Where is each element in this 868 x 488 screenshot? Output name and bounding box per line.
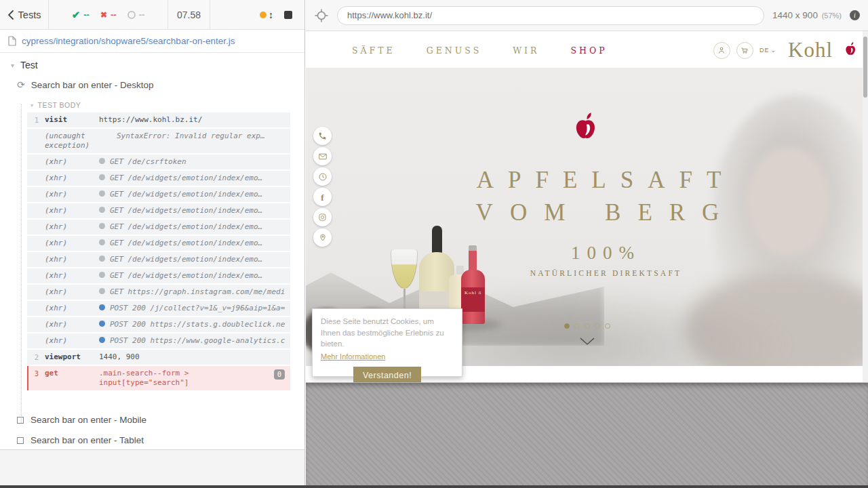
- phone-social-button[interactable]: [313, 127, 332, 145]
- command-row-xhr[interactable]: (xhr)GET /de/widgets/emotion/index/emo…: [27, 203, 290, 218]
- command-row-xhr[interactable]: (xhr)GET https://graph.instagram.com/me/…: [27, 285, 290, 300]
- tests-pane: ▾ Test ⟳ Search bar on enter - Desktop ▾…: [0, 53, 304, 449]
- nav-link-wir[interactable]: WIR: [513, 45, 539, 56]
- spec-file-link[interactable]: cypress/integration/shopware5/searchbar-…: [22, 36, 235, 46]
- command-row-xhr[interactable]: (xhr)GET /de/csrftoken: [27, 155, 290, 169]
- command-name: (xhr): [45, 206, 99, 216]
- command-row-uncaughtexception[interactable]: (uncaught exception)SyntaxError: Invalid…: [27, 129, 290, 153]
- test-row-tablet[interactable]: Search bar on enter - Tablet: [17, 435, 146, 445]
- runner-header: Tests ✔ -- ✖ -- -- 07.58: [0, 0, 304, 30]
- viewport-zoom-label: (57%): [822, 12, 842, 20]
- clock-social-button[interactable]: [313, 167, 332, 186]
- request-status-dot-icon: [99, 337, 105, 343]
- site-logo[interactable]: Kohl: [788, 38, 833, 62]
- carousel-dot-1[interactable]: [564, 323, 570, 329]
- apple-logo-icon[interactable]: [843, 41, 857, 59]
- nav-link-genuss[interactable]: GENUSS: [427, 45, 482, 56]
- command-name: (xhr): [45, 190, 99, 199]
- command-row-xhr[interactable]: (xhr)GET /de/widgets/emotion/index/emo…: [27, 236, 290, 251]
- failed-count: --: [111, 9, 117, 20]
- auto-scroll-toggle[interactable]: ↕: [260, 9, 273, 20]
- command-row-viewport[interactable]: 2viewport1440, 900: [27, 350, 290, 365]
- command-row-xhr[interactable]: (xhr)POST 200 https://www.google-analyti…: [27, 333, 290, 348]
- clock-icon: [318, 172, 328, 182]
- nav-link-säfte[interactable]: SÄFTE: [352, 45, 395, 56]
- command-row-xhr[interactable]: (xhr)POST 200 /j/collect?v=1&_v=j96&aip=…: [27, 301, 290, 316]
- suite-row[interactable]: ▾ Test: [11, 60, 38, 70]
- test-title: Search bar on enter - Tablet: [31, 435, 144, 445]
- active-test-title: Search bar on enter - Desktop: [31, 80, 154, 90]
- carousel-dot-4[interactable]: [595, 323, 600, 329]
- command-name: (xhr): [45, 320, 99, 329]
- language-selector[interactable]: DE ⌄: [760, 47, 776, 54]
- cart-button[interactable]: [736, 42, 753, 59]
- request-status-dot-icon: [99, 321, 105, 327]
- account-button[interactable]: [713, 42, 730, 59]
- instagram-social-button[interactable]: [313, 208, 332, 226]
- test-row-mobile[interactable]: Search bar on enter - Mobile: [17, 415, 146, 425]
- command-row-xhr[interactable]: (xhr)GET /de/widgets/emotion/index/emo…: [27, 268, 290, 283]
- site-nav-links: SÄFTEGENUSSWIRSHOP: [352, 33, 608, 68]
- command-message: POST 200 https://stats.g.doubleclick.net…: [99, 320, 285, 329]
- request-status-dot-icon: [99, 174, 105, 180]
- cookie-more-info-link[interactable]: Mehr Informationen: [321, 352, 385, 361]
- cookie-accept-button[interactable]: Verstanden!: [353, 367, 421, 383]
- aut-panel: https://www.kohl.bz.it/ 1440 x 900 (57%)…: [306, 0, 868, 485]
- nav-link-shop[interactable]: SHOP: [570, 45, 607, 56]
- command-message: https://www.kohl.bz.it/: [99, 115, 285, 125]
- other-tests: Search bar on enter - Mobile Search bar …: [17, 415, 146, 449]
- running-icon: ⟳: [17, 79, 25, 90]
- command-name: (xhr): [45, 304, 99, 313]
- command-row-xhr[interactable]: (xhr)GET /de/widgets/emotion/index/emo…: [27, 187, 290, 202]
- phone-icon: [318, 131, 327, 140]
- email-icon: [318, 152, 328, 161]
- command-log-panel: Tests ✔ -- ✖ -- -- 07.58: [0, 0, 305, 485]
- command-message: GET https://graph.instagram.com/me/media…: [99, 287, 285, 297]
- instagram-icon: [318, 213, 327, 222]
- cypress-runner-window: Tests ✔ -- ✖ -- -- 07.58: [0, 0, 868, 488]
- test-body-header[interactable]: ▾ TEST BODY: [31, 101, 81, 109]
- command-name: (xhr): [45, 157, 99, 167]
- viewport-info-icon[interactable]: i: [850, 10, 860, 20]
- command-number: 2: [28, 352, 45, 362]
- active-test-row[interactable]: ⟳ Search bar on enter - Desktop: [17, 79, 154, 90]
- hero-tagline: NATÜRLICHER DIREKTSAFT: [325, 269, 868, 277]
- stop-button[interactable]: [284, 11, 292, 19]
- hero-title-line2: VOM BERG: [325, 199, 868, 226]
- request-status-dot-icon: [99, 272, 105, 278]
- command-name: visit: [45, 115, 99, 125]
- command-row-xhr[interactable]: (xhr)GET /de/widgets/emotion/index/emo…: [27, 171, 290, 186]
- command-message: SyntaxError: Invalid regular exp…: [99, 131, 285, 141]
- request-status-dot-icon: [99, 207, 105, 213]
- carousel-dot-3[interactable]: [585, 323, 590, 329]
- hero-subtitle: 100%: [325, 243, 868, 264]
- request-status-dot-icon: [99, 304, 105, 310]
- site-scrollbar: [863, 31, 868, 382]
- command-row-get[interactable]: 3get.main-search--form > input[type="sea…: [27, 366, 290, 390]
- pending-box-icon: [17, 417, 24, 424]
- command-message: GET /de/widgets/emotion/index/emo…: [99, 206, 285, 216]
- request-status-dot-icon: [99, 158, 105, 164]
- command-name: (xhr): [45, 174, 99, 183]
- cookie-banner: Diese Seite benutzt Cookies, um Ihnen da…: [312, 308, 462, 377]
- command-name: (uncaught exception): [45, 131, 99, 150]
- command-row-xhr[interactable]: (xhr)GET /de/widgets/emotion/index/emo…: [27, 220, 290, 235]
- command-row-visit[interactable]: 1visithttps://www.kohl.bz.it/: [27, 113, 290, 127]
- failed-stat: ✖ --: [100, 9, 117, 20]
- check-icon: ✔: [72, 9, 81, 21]
- carousel-dot-5[interactable]: [605, 323, 610, 329]
- facebook-social-button[interactable]: f: [313, 188, 332, 206]
- command-row-xhr[interactable]: (xhr)POST 200 https://stats.g.doubleclic…: [27, 317, 290, 332]
- request-status-dot-icon: [99, 256, 105, 262]
- pending-box-icon: [17, 437, 24, 444]
- aut-iframe: SÄFTEGENUSSWIRSHOP: [306, 31, 868, 383]
- selector-playground-icon[interactable]: [314, 8, 329, 23]
- back-to-tests-button[interactable]: Tests: [0, 0, 49, 29]
- email-social-button[interactable]: [313, 147, 332, 165]
- carousel-dot-2[interactable]: [574, 323, 580, 329]
- url-input[interactable]: https://www.kohl.bz.it/: [337, 6, 764, 25]
- scrollbar-thumb[interactable]: [863, 37, 867, 98]
- command-row-xhr[interactable]: (xhr)GET /de/widgets/emotion/index/emo…: [27, 252, 290, 267]
- command-name: (xhr): [45, 336, 99, 346]
- location-social-button[interactable]: [313, 228, 332, 247]
